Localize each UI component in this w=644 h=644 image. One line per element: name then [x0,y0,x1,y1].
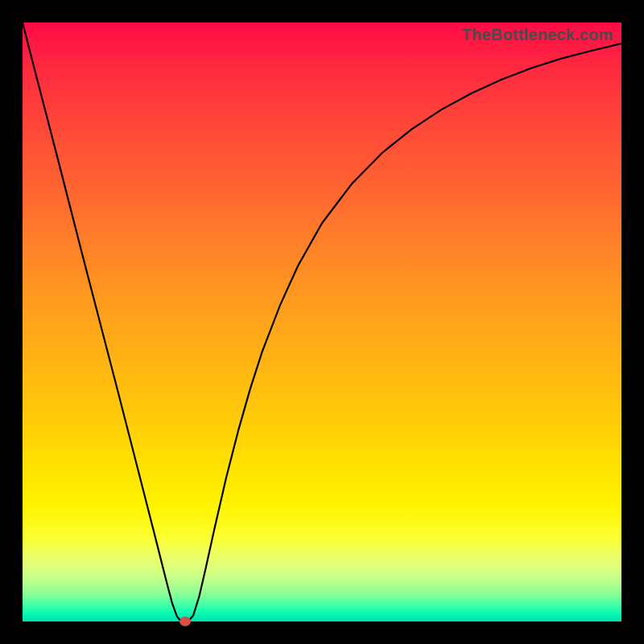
chart-frame: TheBottleneck.com [0,0,644,644]
plot-area: TheBottleneck.com [23,23,621,621]
bottleneck-curve [23,23,621,621]
optimal-point-marker [180,617,191,626]
